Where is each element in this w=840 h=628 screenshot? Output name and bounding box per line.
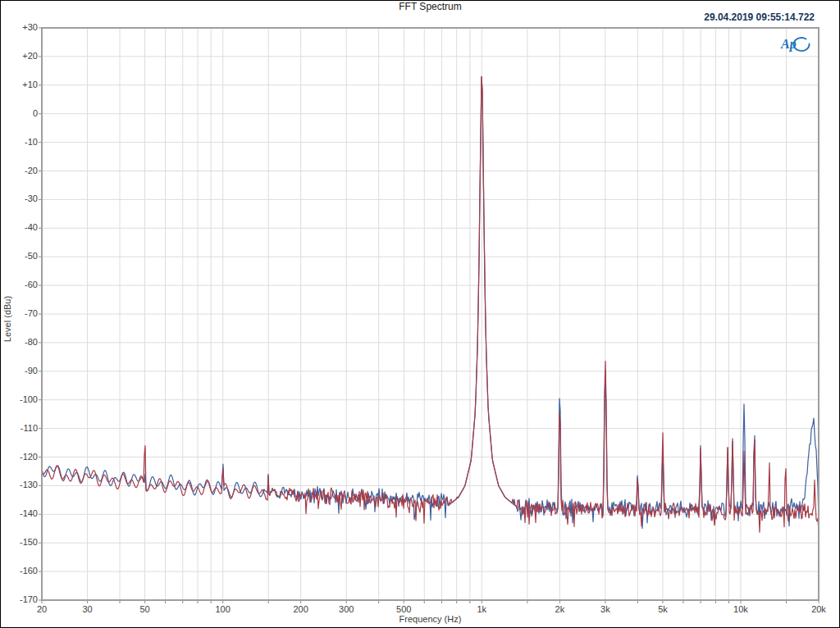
x-tick-label-2k: 2k (545, 604, 574, 614)
y-tick-label--100: -100 (1, 394, 38, 404)
x-tick-label-50: 50 (130, 604, 160, 614)
x-tick-label-100: 100 (208, 604, 238, 614)
y-tick-label--60: -60 (1, 280, 38, 289)
x-tick-label-500: 500 (389, 604, 418, 614)
x-tick-label-300: 300 (331, 604, 361, 614)
ap-logo-text: Ap (780, 37, 797, 52)
trace-red (42, 76, 819, 532)
y-tick-label--40: -40 (1, 222, 38, 232)
x-tick-label-200: 200 (286, 604, 316, 614)
y-tick-label-+30: +30 (1, 22, 38, 32)
y-tick-label--70: -70 (1, 308, 38, 318)
y-tick-label--10: -10 (1, 137, 38, 147)
audio-precision-logo: Ap (778, 34, 815, 55)
y-tick-label--170: -170 (1, 594, 38, 604)
x-axis-title: Frequency (Hz) (42, 614, 819, 624)
x-tick-label-5k: 5k (648, 604, 678, 614)
y-tick-label--50: -50 (1, 251, 38, 261)
y-tick-label-0: 0 (1, 108, 38, 118)
x-tick-label-30: 30 (73, 604, 103, 614)
x-tick-label-20: 20 (27, 604, 57, 614)
y-tick-label--130: -130 (1, 480, 38, 489)
y-tick-label--150: -150 (1, 537, 38, 547)
trace-blue (42, 77, 819, 529)
y-tick-label--30: -30 (1, 193, 38, 203)
y-tick-label--160: -160 (1, 566, 38, 576)
y-tick-label--80: -80 (1, 337, 38, 347)
y-tick-label--120: -120 (1, 452, 38, 462)
y-tick-label-+10: +10 (1, 80, 38, 89)
x-tick-label-3k: 3k (591, 604, 620, 614)
y-tick-label--20: -20 (1, 166, 38, 175)
x-tick-label-20k: 20k (804, 604, 833, 614)
x-tick-label-1k: 1k (467, 604, 496, 614)
y-tick-label-+20: +20 (1, 51, 38, 61)
y-tick-label--140: -140 (1, 508, 38, 518)
ap-logo-graphic: Ap (778, 34, 815, 55)
y-tick-label--110: -110 (1, 423, 38, 433)
plot-area (1, 1, 840, 628)
y-axis-title: Level (dBu) (2, 296, 12, 342)
y-tick-label--90: -90 (1, 366, 38, 375)
x-tick-label-10k: 10k (726, 604, 756, 614)
fft-spectrum-window: FFT Spectrum 29.04.2019 09:55:14.722 Ap … (0, 0, 840, 628)
